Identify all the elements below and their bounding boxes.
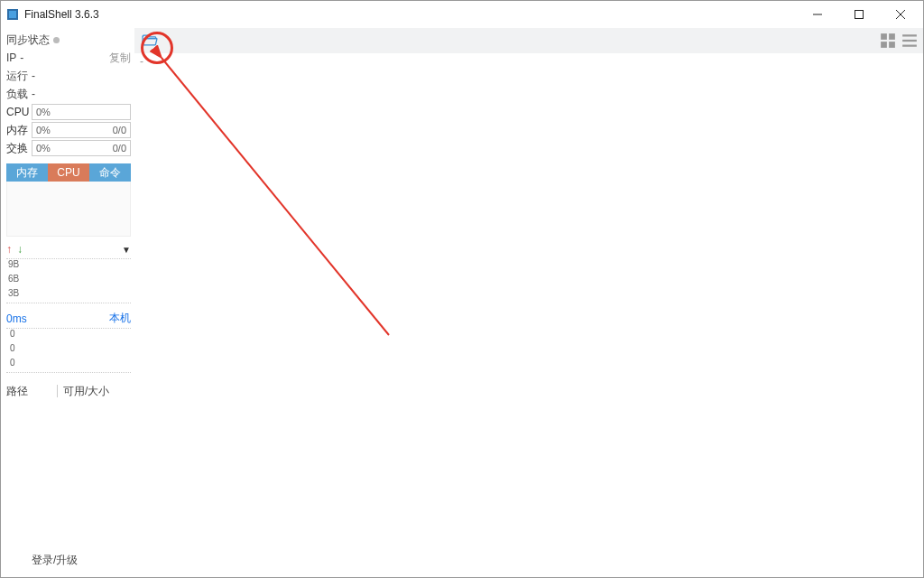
toolbar-sub-dash: - (134, 53, 923, 70)
disk-col-avail: 可用/大小 (63, 384, 109, 399)
disk-col-path: 路径 (6, 384, 51, 399)
view-grid-button[interactable] (880, 33, 896, 49)
cpu-value: 0% (36, 107, 51, 117)
net-ytick-2: 3B (8, 288, 19, 298)
ip-value: - (20, 51, 23, 64)
load-row: 负载 - (6, 86, 131, 102)
tab-memory[interactable]: 内存 (6, 163, 48, 182)
window-close-button[interactable] (880, 1, 921, 28)
folder-open-icon (141, 32, 159, 50)
terminal-empty-area (134, 70, 923, 577)
svg-rect-9 (889, 42, 895, 48)
window-minimize-button[interactable] (797, 1, 838, 28)
upload-arrow-icon: ↑ (6, 243, 12, 256)
copy-ip-button[interactable]: 复制 (109, 51, 131, 66)
grid-icon (880, 33, 896, 49)
open-connection-manager-button[interactable] (140, 31, 160, 51)
svg-rect-3 (855, 11, 864, 19)
ping-ms: 0ms (6, 312, 27, 325)
download-arrow-icon: ↓ (17, 243, 23, 256)
swap-detail: 0/0 (113, 143, 126, 154)
title-bar: FinalShell 3.6.3 (1, 1, 923, 28)
svg-rect-7 (889, 33, 895, 40)
mem-value: 0% (36, 125, 51, 135)
tab-command[interactable]: 命令 (89, 163, 131, 182)
app-icon (6, 8, 19, 21)
swap-label: 交换 (6, 141, 32, 156)
cpu-meter-row: CPU 0% (6, 104, 131, 120)
ping-ytick-0: 0 (10, 329, 15, 339)
view-list-button[interactable] (901, 33, 918, 49)
login-upgrade-link[interactable]: 登录/升级 (32, 553, 78, 568)
ping-host-button[interactable]: 本机 (109, 311, 131, 326)
svg-rect-1 (9, 11, 16, 18)
svg-rect-10 (902, 34, 917, 36)
load-label: 负载 (6, 87, 28, 102)
load-value: - (32, 88, 35, 100)
svg-rect-11 (902, 40, 917, 42)
window-maximize-button[interactable] (838, 1, 880, 28)
disk-table-body (6, 400, 131, 577)
ip-row: IP - 复制 (6, 50, 131, 66)
ping-ytick-1: 0 (10, 343, 15, 353)
svg-rect-8 (881, 42, 887, 48)
disk-col-separator (57, 385, 58, 397)
network-traffic-chart: 9B 6B 3B (6, 258, 131, 303)
app-title: FinalShell 3.6.3 (24, 8, 99, 21)
mem-meter: 0% 0/0 (32, 122, 131, 138)
resource-tab-panel (6, 182, 131, 237)
swap-value: 0% (36, 143, 51, 154)
main-area: - (134, 28, 923, 577)
sync-status-row: 同步状态 (6, 32, 131, 48)
mem-detail: 0/0 (113, 125, 126, 135)
list-icon (901, 33, 918, 49)
svg-rect-6 (881, 33, 887, 40)
network-graph-header: ↑ ↓ ▼ (6, 242, 131, 256)
mem-meter-row: 内存 0% 0/0 (6, 122, 131, 138)
resource-tabs: 内存 CPU 命令 (6, 163, 131, 182)
ip-label: IP (6, 51, 16, 64)
cpu-label: CPU (6, 106, 32, 118)
run-label: 运行 (6, 69, 28, 84)
net-ytick-1: 6B (8, 274, 19, 284)
net-ytick-0: 9B (8, 259, 19, 269)
ping-ytick-2: 0 (10, 358, 15, 368)
status-sidebar: 同步状态 IP - 复制 运行 - 负载 - CPU 0% (1, 28, 134, 577)
swap-meter-row: 交换 0% 0/0 (6, 140, 131, 156)
disk-table-header: 路径 可用/大小 (6, 382, 131, 400)
main-toolbar (134, 28, 923, 53)
run-row: 运行 - (6, 68, 131, 84)
ping-header: 0ms 本机 (6, 311, 131, 326)
cpu-meter: 0% (32, 104, 131, 120)
network-menu-caret-icon[interactable]: ▼ (122, 245, 131, 255)
swap-meter: 0% 0/0 (32, 140, 131, 156)
mem-label: 内存 (6, 123, 32, 138)
tab-cpu[interactable]: CPU (48, 163, 89, 182)
sync-status-dot-icon (53, 37, 60, 43)
ping-latency-chart: 0 0 0 (6, 328, 131, 373)
run-value: - (32, 70, 35, 82)
app-window: FinalShell 3.6.3 同步状态 IP - 复制 运行 (0, 0, 924, 578)
svg-rect-12 (902, 45, 917, 47)
sync-status-label: 同步状态 (6, 33, 50, 48)
